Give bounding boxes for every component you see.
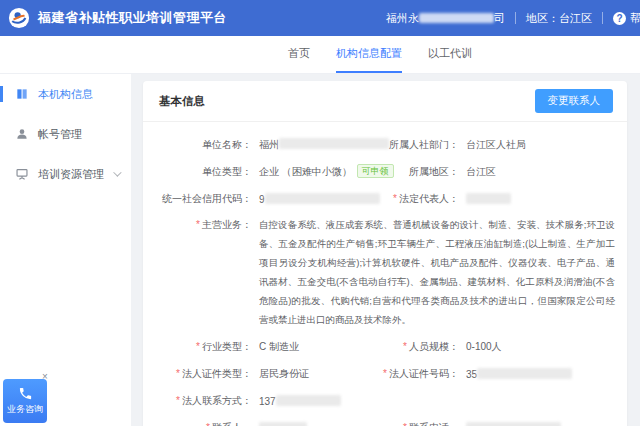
sidebar: 本机构信息 帐号管理 培训资源管理 [0, 74, 131, 426]
tab-work-training[interactable]: 以工代训 [428, 36, 472, 73]
field-label-legal-cert-number: *法人证件号码： [359, 367, 459, 381]
basic-info-form: 单位名称： 福州 所属人社部门： 台江区人社局 单位类型： 企业 （困难中小微）… [143, 122, 627, 426]
sidebar-item-training-resources[interactable]: 培训资源管理 [0, 154, 131, 194]
business-consult-widget[interactable]: 业务咨询 [3, 379, 47, 423]
field-label-personnel-scale: *人员规模： [359, 340, 459, 354]
field-label-unit-type: 单位类型： [147, 165, 252, 179]
help-label: 帮助 [630, 11, 640, 26]
field-label-legal-contact: *法人联系方式： [147, 394, 252, 408]
field-value-contact-person [252, 422, 359, 426]
field-value-legal-rep [459, 193, 615, 205]
field-label-credit-code: 统一社会信用代码： [147, 192, 252, 206]
field-value-credit-code: 9 [252, 193, 359, 205]
form-row-main-business: *主营业务： 自控设备系统、液压成套系统、普通机械设备的设计、制造、安装、技术服… [147, 212, 615, 333]
field-label-contact-person: *联系人： [147, 421, 252, 426]
question-mark-icon: ? [613, 12, 626, 25]
sidebar-item-label: 本机构信息 [38, 87, 93, 102]
sidebar-item-label: 帐号管理 [38, 127, 82, 142]
header-divider [602, 12, 603, 24]
phone-icon [18, 386, 33, 401]
field-value-legal-contact: 137 [252, 395, 341, 407]
form-row-credit-code: 统一社会信用代码： 9 *法定代表人： [147, 185, 615, 212]
redacted-company-name [419, 13, 494, 23]
redacted-value [276, 395, 341, 406]
card-title: 基本信息 [159, 94, 205, 109]
redacted-value [265, 193, 380, 204]
redacted-value [466, 193, 511, 204]
field-value-legal-cert-type: 居民身份证 [252, 367, 359, 381]
presentation-board-icon [15, 167, 29, 181]
help-button[interactable]: ? 帮助 [613, 11, 640, 26]
field-value-main-business: 自控设备系统、液压成套系统、普通机械设备的设计、制造、安装、技术服务;环卫设备、… [252, 215, 615, 329]
widget-label: 业务咨询 [7, 403, 43, 416]
form-row-industry-type: *行业类型： C 制造业 *人员规模： 0-100人 [147, 333, 615, 360]
field-label-unit-name: 单位名称： [147, 138, 252, 152]
tab-home[interactable]: 首页 [288, 36, 310, 73]
redacted-value [477, 368, 572, 379]
top-nav: 首页 机构信息配置 以工代训 [0, 36, 640, 74]
user-icon [15, 127, 29, 141]
change-contact-button[interactable]: 变更联系人 [535, 89, 614, 113]
card-header: 基本信息 变更联系人 [143, 81, 627, 122]
field-label-region: 所属地区： [359, 165, 459, 179]
redacted-value [259, 422, 307, 426]
form-row-unit-name: 单位名称： 福州 所属人社部门： 台江区人社局 [147, 131, 615, 158]
field-label-contact-phone: *联系电话： [359, 421, 459, 426]
redacted-value [279, 138, 389, 149]
app-header: 福建省补贴性职业培训管理平台 福州永司 地区：台江区 ? 帮助 [0, 0, 640, 36]
field-label-main-business: *主营业务： [147, 215, 252, 234]
sidebar-item-account-management[interactable]: 帐号管理 [0, 114, 131, 154]
field-value-legal-cert-number: 35 [459, 368, 615, 380]
chevron-down-icon [113, 168, 121, 176]
sidebar-item-org-info[interactable]: 本机构信息 [0, 74, 131, 114]
field-value-hr-department: 台江区人社局 [459, 138, 615, 152]
form-row-legal-cert-type: *法人证件类型： 居民身份证 *法人证件号码： 35 [147, 360, 615, 387]
basic-info-card: 基本信息 变更联系人 单位名称： 福州 所属人社部门： 台江区人社局 单位类型：… [143, 81, 627, 426]
sidebar-item-label: 培训资源管理 [38, 167, 104, 182]
book-icon [15, 87, 29, 101]
form-row-unit-type: 单位类型： 企业 （困难中小微）可申领 所属地区： 台江区 [147, 158, 615, 185]
redacted-value [466, 422, 561, 426]
form-row-legal-contact: *法人联系方式： 137 [147, 387, 615, 414]
field-label-industry-type: *行业类型： [147, 340, 252, 354]
region-label: 地区：台江区 [526, 11, 592, 26]
field-value-region: 台江区 [459, 165, 615, 179]
page-title: 福建省补贴性职业培训管理平台 [38, 9, 227, 27]
form-row-contact-person: *联系人： *联系电话： [147, 414, 615, 426]
field-value-contact-phone [459, 422, 615, 426]
field-value-unit-type: 企业 （困难中小微）可申领 [252, 164, 359, 179]
field-value-personnel-scale: 0-100人 [459, 340, 615, 354]
tab-org-info-config[interactable]: 机构信息配置 [336, 36, 402, 73]
company-name: 福州永司 [386, 11, 505, 26]
field-label-legal-cert-type: *法人证件类型： [147, 367, 252, 381]
header-divider [515, 12, 516, 24]
app-logo-icon [8, 7, 30, 29]
field-value-industry-type: C 制造业 [252, 340, 359, 354]
field-value-unit-name: 福州 [252, 138, 359, 152]
